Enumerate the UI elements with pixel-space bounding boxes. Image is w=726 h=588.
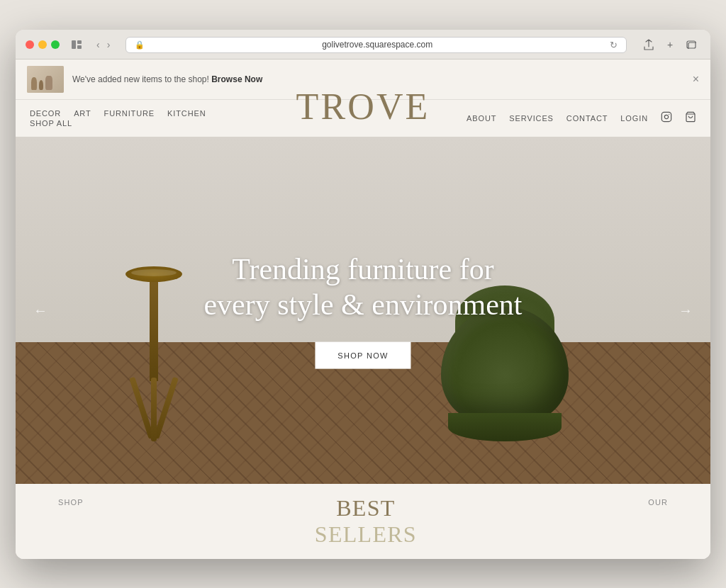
nav-left: DECOR ART FURNITURE KITCHEN SHOP ALL [30,109,206,128]
site-logo[interactable]: TROVE [296,89,430,125]
svg-rect-1 [77,40,82,44]
nav-item-contact[interactable]: CONTACT [566,114,608,123]
svg-rect-0 [72,40,76,49]
site-navigation: DECOR ART FURNITURE KITCHEN SHOP ALL TRO… [16,100,710,137]
our-label: OUR [648,498,668,507]
share-button[interactable] [640,37,658,52]
best-sellers-line2: SELLERS [84,521,649,548]
nav-item-decor[interactable]: DECOR [30,109,61,118]
svg-point-7 [669,114,669,115]
nav-item-kitchen[interactable]: KITCHEN [167,109,206,118]
browser-window: ‹ › 🔒 golivetrove.squarespace.com ↻ + [16,30,710,559]
hero-headline-line2: every style & environment [203,288,522,321]
tabs-button[interactable] [682,37,700,52]
stool-stem [150,282,158,381]
svg-point-6 [664,115,668,118]
url-display: golivetrove.squarespace.com [149,40,605,50]
nav-item-furniture[interactable]: FURNITURE [104,109,155,118]
nav-item-about[interactable]: ABOUT [467,114,496,123]
sidebar-toggle[interactable] [67,37,86,52]
logo-text: TROVE [296,86,430,127]
shop-label: SHOP [58,498,84,507]
hero-prev-button[interactable]: ← [26,295,55,325]
announcement-close-button[interactable]: × [693,74,699,85]
website-content: We've added new items to the shop! Brows… [16,60,710,559]
lock-icon: 🔒 [135,40,145,50]
new-tab-button[interactable]: + [661,37,679,52]
maximize-button[interactable] [51,40,60,49]
forward-button[interactable]: › [104,38,113,52]
nav-right: ABOUT SERVICES CONTACT LOGIN [467,111,696,125]
nav-item-login[interactable]: LOGIN [620,114,648,123]
hero-headline-line1: Trending furniture for [232,252,493,285]
hero-next-button[interactable]: → [671,295,700,325]
svg-rect-5 [661,112,671,121]
below-hero-section: SHOP BEST SELLERS OUR [16,484,710,559]
svg-rect-2 [77,45,82,49]
stool-top [125,266,182,282]
cart-icon[interactable] [685,111,696,125]
shop-now-button[interactable]: SHOP NOW [315,342,411,369]
browser-chrome: ‹ › 🔒 golivetrove.squarespace.com ↻ + [16,30,710,60]
stool-leg-3 [151,378,157,441]
nav-item-art[interactable]: ART [74,109,91,118]
minimize-button[interactable] [38,40,47,49]
announcement-thumbnail [27,66,64,93]
traffic-lights [26,40,60,49]
reload-button[interactable]: ↻ [610,40,618,50]
best-sellers-title: BEST SELLERS [84,495,649,548]
close-button[interactable] [26,40,34,49]
hero-section: ← → Trending furniture for every style &… [16,137,710,484]
nav-item-shop-all[interactable]: SHOP ALL [30,119,72,128]
address-bar[interactable]: 🔒 golivetrove.squarespace.com ↻ [125,37,627,53]
announcement-text: We've added new items to the shop! Brows… [72,74,262,84]
nav-item-services[interactable]: SERVICES [509,114,553,123]
stool-furniture [125,266,182,413]
hero-headline: Trending furniture for every style & env… [203,251,522,322]
best-sellers-line1: BEST [84,495,649,521]
stool-legs [125,378,182,413]
back-button[interactable]: ‹ [94,38,103,52]
hero-content: Trending furniture for every style & env… [203,251,522,369]
instagram-icon[interactable] [661,111,672,125]
announcement-cta-text: Browse Now [211,74,262,84]
